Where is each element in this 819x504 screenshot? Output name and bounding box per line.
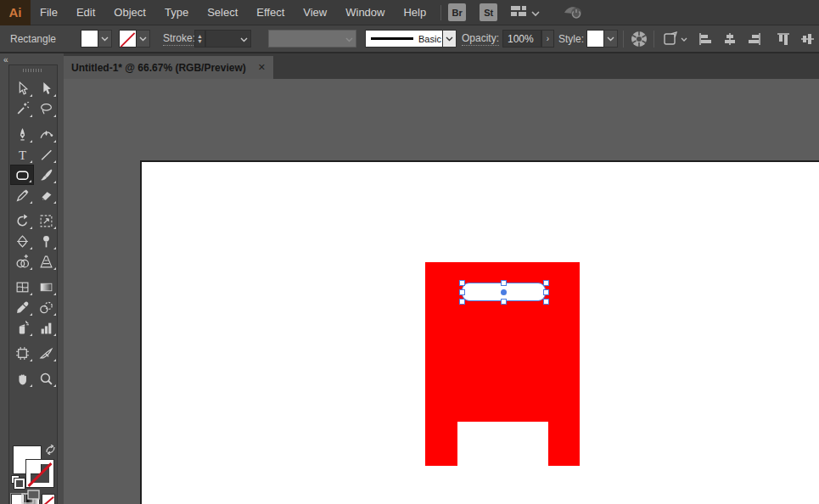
stroke-weight-label[interactable]: Stroke: — [163, 32, 195, 46]
stroke-swatch-none[interactable] — [119, 30, 137, 48]
vertical-align-top-button[interactable] — [774, 30, 794, 48]
style-chevron-button[interactable] — [604, 30, 618, 48]
menu-help[interactable]: Help — [394, 0, 435, 25]
selection-handle[interactable] — [459, 280, 465, 286]
menu-object[interactable]: Object — [104, 0, 155, 25]
slice-tool[interactable] — [34, 343, 58, 363]
document-tab-title: Untitled-1* @ 66.67% (RGB/Preview) — [71, 62, 246, 74]
perspective-grid-tool[interactable] — [34, 251, 58, 272]
menu-edit[interactable]: Edit — [67, 0, 104, 25]
horizontal-align-right-button[interactable] — [743, 30, 763, 48]
menu-file[interactable]: File — [31, 0, 67, 25]
menu-view[interactable]: View — [294, 0, 336, 25]
menu-type[interactable]: Type — [155, 0, 198, 25]
fill-chevron-button[interactable] — [98, 30, 112, 48]
free-transform-tool[interactable] — [34, 210, 58, 231]
magic-wand-tool[interactable] — [10, 98, 34, 119]
canvas-pasteboard[interactable] — [64, 79, 819, 504]
gpu-performance-icon[interactable] — [562, 3, 584, 23]
stroke-color-proxy[interactable] — [26, 460, 53, 487]
horizontal-align-center-button[interactable] — [720, 30, 739, 48]
align-buttons — [696, 25, 819, 52]
svg-text:T: T — [18, 148, 25, 161]
rounded-rectangle-tool[interactable] — [10, 165, 34, 185]
hand-tool[interactable] — [10, 368, 34, 389]
menu-bar: Ai FileEditObjectTypeSelectEffectViewWin… — [0, 0, 819, 25]
tools-dock: « T — [0, 53, 64, 504]
selection-center-point[interactable] — [501, 289, 507, 295]
document-tab[interactable]: Untitled-1* @ 66.67% (RGB/Preview) ✕ — [64, 56, 273, 79]
panel-grip[interactable] — [23, 69, 43, 72]
type-tool[interactable]: T — [10, 144, 34, 165]
artboard-tool[interactable] — [10, 343, 34, 363]
default-fill-stroke-icon[interactable] — [11, 475, 22, 486]
shape-properties-control[interactable] — [662, 25, 687, 52]
app-logo: Ai — [0, 0, 31, 25]
menu-select[interactable]: Select — [198, 0, 247, 25]
shape-builder-tool[interactable] — [10, 251, 34, 272]
chevron-down-icon — [531, 5, 540, 20]
menu-window[interactable]: Window — [336, 0, 394, 25]
stroke-weight-stepper[interactable]: ▲▼ — [194, 30, 205, 48]
line-segment-tool[interactable] — [34, 144, 58, 165]
mesh-tool[interactable] — [10, 277, 34, 297]
workspace-switcher[interactable] — [510, 4, 540, 21]
bridge-button[interactable]: Br — [448, 3, 466, 21]
opacity-expand-button[interactable]: › — [541, 30, 554, 48]
selection-handle[interactable] — [543, 299, 549, 305]
width-tool[interactable] — [10, 231, 34, 251]
selection-handle[interactable] — [501, 280, 507, 286]
vertical-align-center-button[interactable] — [798, 30, 817, 48]
red-shape-notch — [457, 422, 548, 466]
stroke-weight-dropdown[interactable] — [205, 30, 251, 48]
chevron-down-icon — [240, 33, 248, 45]
tab-bar: Untitled-1* @ 66.67% (RGB/Preview) ✕ — [64, 53, 819, 79]
collapse-panel-button[interactable]: « — [3, 55, 8, 64]
eyedropper-tool[interactable] — [10, 297, 34, 317]
brush-definition-field[interactable]: Basic — [365, 30, 443, 48]
width-profile-dropdown — [268, 30, 356, 48]
graphic-style-control[interactable] — [586, 25, 618, 52]
blend-tool[interactable] — [34, 297, 58, 317]
selection-handle[interactable] — [543, 289, 549, 295]
gradient-tool[interactable] — [34, 277, 58, 297]
selection-tool[interactable] — [10, 78, 34, 98]
eraser-tool[interactable] — [34, 185, 58, 205]
fill-swatch[interactable] — [81, 30, 98, 48]
chevron-down-icon — [681, 33, 687, 45]
horizontal-align-left-button[interactable] — [696, 30, 715, 48]
curvature-tool[interactable] — [34, 124, 58, 144]
stock-button[interactable]: St — [480, 3, 497, 21]
stroke-color-control[interactable] — [119, 25, 150, 52]
symbol-sprayer-tool[interactable] — [10, 317, 34, 338]
selection-handle[interactable] — [543, 280, 549, 286]
style-swatch[interactable] — [586, 30, 604, 48]
lasso-tool[interactable] — [34, 98, 58, 119]
brush-definition-value: Basic — [418, 34, 441, 44]
menu-effect[interactable]: Effect — [247, 0, 294, 25]
rotate-tool[interactable] — [10, 210, 34, 231]
opacity-input[interactable]: 100% — [502, 30, 541, 48]
close-tab-icon[interactable]: ✕ — [258, 62, 266, 73]
brush-chevron-button[interactable] — [443, 30, 457, 48]
brush-definition-control[interactable]: Basic — [365, 25, 457, 52]
fill-color-control[interactable] — [81, 25, 112, 52]
screen-mode-button[interactable] — [20, 489, 42, 504]
selection-handle[interactable] — [459, 289, 465, 295]
opacity-label[interactable]: Opacity: — [462, 32, 499, 46]
paintbrush-tool[interactable] — [34, 165, 58, 185]
direct-selection-tool[interactable] — [34, 78, 58, 98]
selection-handle[interactable] — [501, 299, 507, 305]
pencil-tool[interactable] — [10, 185, 34, 205]
shape-properties-icon — [662, 31, 679, 48]
puppet-warp-tool[interactable] — [34, 231, 58, 251]
workspace-switcher-icon — [510, 4, 527, 21]
stroke-chevron-button[interactable] — [137, 30, 150, 48]
swap-fill-stroke-icon[interactable] — [45, 445, 56, 456]
pen-tool[interactable] — [10, 124, 34, 144]
zoom-tool[interactable] — [34, 368, 58, 389]
none-button[interactable] — [42, 494, 55, 504]
recolor-artwork-button[interactable] — [630, 25, 648, 52]
selection-handle[interactable] — [459, 299, 465, 305]
column-graph-tool[interactable] — [34, 317, 58, 338]
